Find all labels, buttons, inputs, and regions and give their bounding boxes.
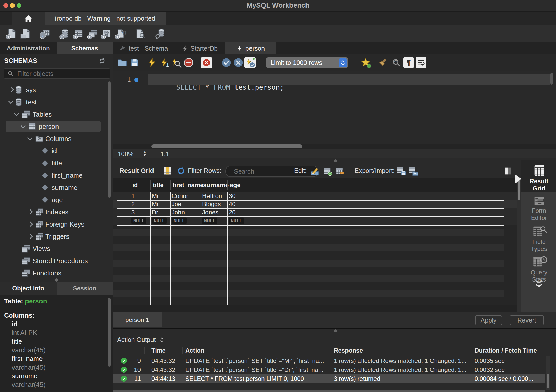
refresh-grid-button[interactable]	[176, 166, 186, 175]
new-sql-tab-button[interactable]	[6, 28, 18, 39]
execute-current-statement-button[interactable]: I	[159, 57, 170, 69]
toggle-word-wrap-button[interactable]	[416, 57, 426, 68]
tab-object-info[interactable]: Object Info	[0, 282, 57, 295]
action-output-h-scrollbar[interactable]	[113, 390, 545, 392]
create-view-button[interactable]	[87, 28, 99, 39]
tab-schemas[interactable]: Schemas	[57, 42, 113, 54]
grid-header-title[interactable]: title	[153, 181, 164, 189]
grid-cell[interactable]: 2	[131, 201, 135, 208]
find-panel-button[interactable]: A	[391, 57, 402, 68]
explain-plan-button[interactable]	[171, 57, 182, 69]
open-script-button[interactable]	[117, 57, 128, 68]
null-placeholder[interactable]: NULL	[131, 218, 146, 224]
null-placeholder[interactable]: NULL	[152, 218, 167, 224]
refresh-schemas-icon[interactable]	[99, 58, 105, 64]
limit-rows-dropdown[interactable]: Limit to 1000 rows	[266, 57, 348, 68]
action-output-scrollbar-thumb[interactable]	[547, 374, 549, 388]
action-output-row-11-selected[interactable]: 11 04:44:13 SELECT * FROM test.person LI…	[113, 374, 545, 383]
chevron-down-icon[interactable]	[14, 111, 19, 116]
tree-item-first-name[interactable]: first_name	[0, 169, 107, 181]
grid-cell[interactable]: John	[172, 209, 185, 216]
grid-cell[interactable]: Bloggs	[202, 201, 221, 208]
save-script-button[interactable]	[129, 57, 140, 68]
grid-header-age[interactable]: age	[230, 181, 240, 189]
null-placeholder[interactable]: NULL	[229, 218, 244, 224]
search-table-data-button[interactable]	[134, 28, 146, 39]
tab-administration[interactable]: Administration	[0, 42, 57, 54]
chevron-right-icon[interactable]	[9, 87, 14, 92]
save-snippet-button[interactable]	[360, 57, 371, 68]
grid-row-1[interactable]: 1 Mr Conor Heffron 30	[113, 192, 521, 200]
chevron-right-icon[interactable]	[28, 221, 33, 227]
home-tab[interactable]	[12, 12, 45, 25]
chevron-right-icon[interactable]	[28, 209, 33, 214]
action-output-selector[interactable]: Action Output	[117, 335, 164, 344]
create-procedure-button[interactable]	[101, 28, 113, 39]
tree-item-tables[interactable]: Tables	[0, 108, 107, 120]
create-table-button[interactable]	[73, 28, 85, 39]
filter-objects-input[interactable]	[17, 70, 107, 78]
side-panel-item-form-editor[interactable]: Form Editor	[521, 192, 556, 223]
tree-item-person[interactable]: person	[0, 120, 107, 133]
tab-test-schema[interactable]: test - Schema	[113, 42, 175, 54]
column-display-button[interactable]	[163, 166, 172, 175]
tree-item-functions[interactable]: Functions	[0, 267, 107, 279]
grid-cell[interactable]: 20	[229, 209, 236, 216]
grid-cell[interactable]: Dr	[152, 209, 158, 216]
chevron-down-icon[interactable]	[27, 135, 32, 141]
dropdown-stepper[interactable]	[339, 58, 347, 67]
editor-vertical-scrollbar[interactable]	[550, 73, 553, 85]
sql-editor[interactable]: 1 SELECT * FROM test.person;	[113, 71, 556, 144]
side-panel-item-field-types[interactable]: Field Types	[521, 223, 556, 254]
tree-item-title[interactable]: title	[0, 157, 107, 169]
toggle-autocommit-button[interactable]	[244, 57, 256, 68]
zoom-level-value[interactable]: 100%	[118, 150, 133, 158]
object-info-scrollbar[interactable]	[108, 298, 111, 367]
grid-header-first-name[interactable]: first_name	[173, 181, 203, 189]
grid-header-surname[interactable]: surname	[203, 181, 229, 189]
grid-cell[interactable]: Mr	[152, 192, 159, 200]
toggle-stop-on-error-button[interactable]	[201, 57, 212, 68]
sidebar-resize-handle[interactable]	[55, 278, 58, 282]
action-output-row-9[interactable]: 9 04:43:32 UPDATE `test`.`person` SET `t…	[113, 356, 545, 365]
edit-record-button[interactable]	[310, 166, 320, 176]
tree-item-id[interactable]: id	[0, 145, 107, 157]
grid-cell[interactable]: 30	[229, 192, 236, 200]
stop-button[interactable]	[183, 57, 194, 68]
execute-button[interactable]	[146, 57, 158, 69]
grid-row-3[interactable]: 3 Dr John Jones 20	[113, 208, 521, 216]
reconnect-dbms-button[interactable]	[155, 28, 166, 39]
tree-item-views[interactable]: Views	[0, 243, 107, 255]
grid-cell[interactable]: Jones	[202, 209, 218, 216]
tab-starterdb[interactable]: StarterDb	[175, 42, 225, 54]
tree-item-sys[interactable]: sys	[0, 84, 107, 96]
grid-header-id[interactable]: id	[132, 181, 138, 189]
filter-objects-box[interactable]	[4, 68, 110, 79]
insert-row-button[interactable]	[322, 166, 332, 176]
rollback-button[interactable]	[233, 57, 244, 68]
grid-row-2[interactable]: 2 Mr Joe Bloggs 40	[113, 200, 521, 208]
commit-button[interactable]	[221, 57, 232, 68]
beautify-script-button[interactable]	[378, 57, 389, 68]
side-panel-item-result-grid[interactable]: Result Grid	[521, 160, 556, 192]
tab-session[interactable]: Session	[57, 282, 113, 295]
tree-item-test[interactable]: test	[0, 96, 107, 108]
toggle-invisibles-button[interactable]: ¶	[403, 57, 414, 68]
editor-result-splitter[interactable]	[113, 158, 556, 163]
result-output-splitter[interactable]	[113, 329, 556, 333]
tree-item-columns[interactable]: Columns	[0, 133, 107, 145]
create-function-button[interactable]: f()	[115, 28, 127, 39]
tab-person[interactable]: person	[225, 42, 276, 54]
tree-item-stored-procedures[interactable]: Stored Procedures	[0, 255, 107, 267]
result-tab-person1[interactable]: person 1	[113, 312, 162, 327]
revert-button[interactable]: Revert	[510, 315, 544, 325]
null-placeholder[interactable]: NULL	[172, 218, 187, 224]
action-output-row-10[interactable]: 10 04:43:32 UPDATE `test`.`person` SET `…	[113, 365, 545, 374]
inspector-button[interactable]: i	[39, 28, 51, 39]
chevron-down-icon[interactable]	[8, 99, 13, 104]
chevron-right-icon[interactable]	[28, 234, 33, 239]
grid-cell[interactable]: 1	[131, 192, 135, 200]
tree-item-surname[interactable]: surname	[0, 181, 107, 194]
grid-cell[interactable]: 40	[229, 201, 236, 208]
tree-item-indexes[interactable]: Indexes	[0, 206, 107, 218]
